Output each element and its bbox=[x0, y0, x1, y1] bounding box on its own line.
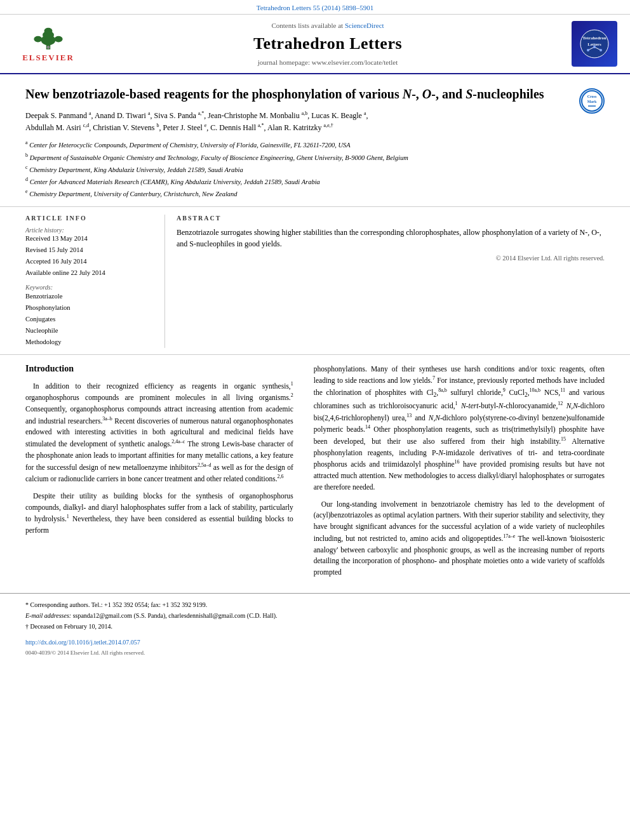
body-col-right: phosphonylations. Many of their synthese… bbox=[304, 364, 605, 585]
affil-5: e Chemistry Department, University of Ca… bbox=[25, 188, 563, 199]
revised-date: Revised 15 July 2014 bbox=[25, 245, 153, 255]
footnote-1: * Corresponding authors. Tel.: +1 352 39… bbox=[25, 600, 605, 610]
body-col-left: Introduction In addition to their recogn… bbox=[25, 364, 304, 585]
doi-link[interactable]: http://dx.doi.org/10.1016/j.tetlet.2014.… bbox=[25, 639, 140, 646]
keywords-section: Keywords: Benzotriazole Phosphonylation … bbox=[25, 284, 153, 347]
copyright: © 2014 Elsevier Ltd. All rights reserved… bbox=[177, 255, 605, 262]
authors-line: Deepak S. Panmand a, Anand D. Tiwari a, … bbox=[25, 110, 563, 134]
intro-para-2: Despite their utility as building blocks… bbox=[25, 491, 293, 537]
accepted-date: Accepted 16 July 2014 bbox=[25, 257, 153, 267]
keyword-2: Phosphonylation bbox=[25, 302, 153, 314]
abstract-text: Benzotriazole surrogates showing higher … bbox=[177, 227, 605, 250]
footnote-section: * Corresponding authors. Tel.: +1 352 39… bbox=[0, 593, 630, 636]
keyword-5: Methodology bbox=[25, 337, 153, 348]
keyword-1: Benzotriazole bbox=[25, 291, 153, 302]
svg-point-3 bbox=[44, 28, 53, 34]
history-label: Article history: bbox=[25, 227, 153, 234]
crossmark-badge[interactable]: Cross Mark bbox=[579, 88, 605, 114]
svg-point-12 bbox=[587, 49, 589, 51]
article-title: New benzotriazole-based reagents for the… bbox=[25, 86, 563, 102]
svg-text:Mark: Mark bbox=[587, 100, 597, 103]
right-para-1: phosphonylations. Many of their synthese… bbox=[314, 364, 605, 493]
page: Tetrahedron Letters 55 (2014) 5898–5901 … bbox=[0, 0, 630, 840]
svg-point-5 bbox=[55, 36, 63, 43]
available-date: Available online 22 July 2014 bbox=[25, 268, 153, 278]
affiliations-list: a Center for Heterocyclic Compounds, Dep… bbox=[25, 139, 563, 199]
article-info-label: ARTICLE INFO bbox=[25, 215, 153, 222]
intro-title: Introduction bbox=[25, 364, 293, 374]
svg-point-13 bbox=[593, 46, 596, 48]
svg-point-4 bbox=[34, 36, 42, 43]
received-date: Received 13 May 2014 bbox=[25, 234, 153, 244]
info-abstract-section: ARTICLE INFO Article history: Received 1… bbox=[0, 207, 630, 354]
right-para-2: Our long-standing involvement in benzotr… bbox=[314, 499, 605, 579]
sciencedirect-link[interactable]: ScienceDirect bbox=[345, 22, 384, 29]
intro-para-1: In addition to their recognized efficien… bbox=[25, 380, 293, 485]
footnote-3: † Deceased on February 10, 2014. bbox=[25, 622, 605, 631]
article-title-authors: New benzotriazole-based reagents for the… bbox=[25, 86, 563, 200]
svg-text:Cross: Cross bbox=[587, 95, 597, 98]
issn-copyright: 0040-4039/© 2014 Elsevier Ltd. All right… bbox=[25, 650, 145, 656]
abstract-col: ABSTRACT Benzotriazole surrogates showin… bbox=[165, 215, 605, 347]
journal-logo: Tetrahedron Letters bbox=[572, 21, 617, 67]
elsevier-brand: ELSEVIER bbox=[22, 53, 74, 63]
affil-1: a Center for Heterocyclic Compounds, Dep… bbox=[25, 139, 563, 150]
footnote-2: E-mail addresses: sspanda12@gmail.com (S… bbox=[25, 611, 605, 620]
journal-citation: Tetrahedron Letters 55 (2014) 5898–5901 bbox=[257, 4, 373, 11]
journal-homepage: journal homepage: www.elsevier.com/locat… bbox=[258, 58, 398, 66]
body-section: Introduction In addition to their recogn… bbox=[0, 355, 630, 594]
journal-title-area: Contents lists available at ScienceDirec… bbox=[93, 21, 563, 67]
svg-text:Tetrahedron: Tetrahedron bbox=[582, 36, 606, 41]
sciencedirect-line: Contents lists available at ScienceDirec… bbox=[271, 22, 384, 29]
article-section: New benzotriazole-based reagents for the… bbox=[0, 74, 630, 207]
journal-title: Tetrahedron Letters bbox=[253, 34, 402, 53]
affil-4: d Center for Advanced Materials Research… bbox=[25, 176, 563, 187]
keywords-label: Keywords: bbox=[25, 284, 153, 291]
journal-logo-area: Tetrahedron Letters bbox=[569, 21, 620, 67]
crossmark-svg: Cross Mark bbox=[580, 90, 603, 112]
svg-point-14 bbox=[600, 49, 602, 51]
elsevier-tree-svg bbox=[23, 25, 74, 51]
footer-bar-bottom: 0040-4039/© 2014 Elsevier Ltd. All right… bbox=[0, 648, 630, 657]
affil-3: c Chemistry Department, King Abdulaziz U… bbox=[25, 164, 563, 175]
keyword-3: Conjugates bbox=[25, 314, 153, 325]
header-section: ELSEVIER Contents lists available at Sci… bbox=[0, 15, 630, 74]
affil-2: b Department of Sustainable Organic Chem… bbox=[25, 152, 563, 163]
svg-point-6 bbox=[47, 46, 50, 49]
elsevier-logo: ELSEVIER bbox=[17, 25, 80, 63]
top-bar: Tetrahedron Letters 55 (2014) 5898–5901 bbox=[0, 0, 630, 15]
abstract-label: ABSTRACT bbox=[177, 215, 605, 222]
journal-logo-svg: Tetrahedron Letters bbox=[579, 28, 610, 60]
keyword-4: Nucleophile bbox=[25, 325, 153, 337]
footer-bar: http://dx.doi.org/10.1016/j.tetlet.2014.… bbox=[0, 636, 630, 648]
elsevier-logo-area: ELSEVIER bbox=[10, 21, 86, 67]
article-info-col: ARTICLE INFO Article history: Received 1… bbox=[25, 215, 165, 347]
